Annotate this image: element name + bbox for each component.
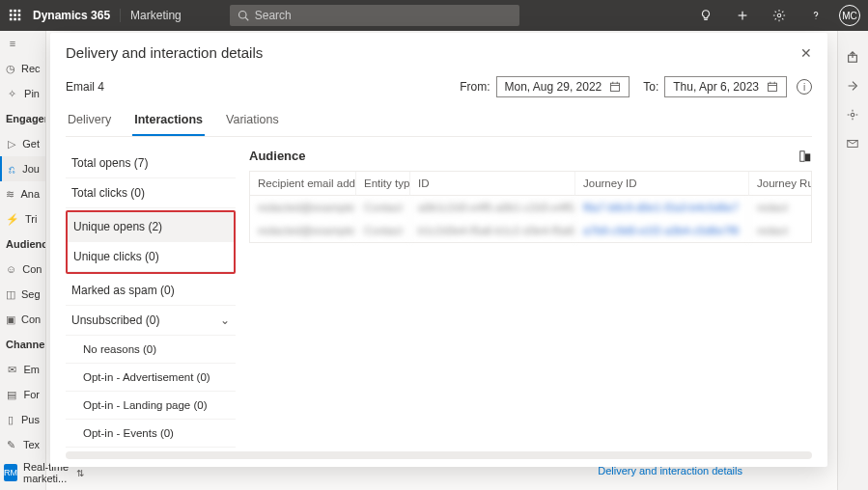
nav-hamburger[interactable]: ≡ [0, 31, 45, 56]
nav-consent[interactable]: ▣Con [0, 307, 45, 332]
nav-text[interactable]: ✎Tex [0, 432, 45, 457]
horizontal-scrollbar[interactable] [66, 451, 812, 459]
tabs: Delivery Interactions Variations [66, 113, 812, 137]
plus-icon[interactable] [729, 2, 756, 29]
svg-rect-17 [611, 83, 620, 91]
details-modal: Delivery and interaction details ✕ Email… [50, 33, 827, 467]
svg-point-15 [851, 113, 854, 117]
nav-push[interactable]: ▯Pus [0, 407, 45, 432]
lightbulb-icon[interactable] [692, 2, 719, 29]
svg-rect-4 [14, 14, 16, 16]
col-entity[interactable]: Entity type [356, 172, 410, 196]
col-run[interactable]: Journey Run [749, 172, 811, 196]
brand-label: Dynamics 365 [33, 9, 110, 22]
search-placeholder: Search [255, 9, 292, 22]
col-id[interactable]: ID [410, 172, 575, 196]
nav-recent[interactable]: ◷Rec [0, 56, 45, 81]
global-search[interactable]: Search [230, 5, 519, 26]
svg-rect-7 [14, 18, 16, 21]
svg-rect-1 [14, 10, 16, 13]
calendar-icon [767, 81, 778, 93]
tab-delivery[interactable]: Delivery [66, 113, 113, 136]
svg-rect-8 [18, 18, 21, 21]
rail-gear-icon[interactable] [846, 108, 861, 123]
metric-total-opens[interactable]: Total opens (7) [66, 149, 236, 178]
metric-marked-spam[interactable]: Marked as spam (0) [66, 276, 236, 306]
search-icon [238, 10, 249, 21]
tab-variations[interactable]: Variations [224, 113, 281, 136]
to-date-picker[interactable]: Thu, Apr 6, 2023 [664, 76, 787, 97]
to-label: To: [643, 80, 658, 94]
svg-rect-3 [10, 14, 13, 16]
avatar[interactable]: MC [839, 5, 860, 26]
nav-triggers[interactable]: ⚡Tri [0, 206, 45, 231]
info-icon[interactable]: i [797, 79, 812, 95]
svg-point-9 [238, 12, 246, 19]
audience-panel: Audience Recipient email address Entity … [249, 149, 812, 451]
svg-rect-0 [10, 10, 13, 13]
metric-total-clicks[interactable]: Total clicks (0) [66, 178, 236, 208]
svg-rect-21 [769, 83, 777, 91]
nav-journeys[interactable]: ⎌Jou [0, 156, 45, 181]
svg-rect-5 [18, 14, 21, 16]
svg-point-13 [777, 14, 781, 17]
col-email[interactable]: Recipient email address [250, 172, 356, 196]
nav-segments[interactable]: ◫Seg [0, 282, 45, 307]
right-rail [837, 31, 868, 490]
svg-line-10 [245, 17, 248, 20]
rail-share-icon[interactable] [846, 79, 861, 95]
grid-header: Recipient email address Entity type ID J… [250, 172, 811, 196]
rail-export-icon[interactable] [846, 50, 861, 66]
modal-title: Delivery and interaction details [66, 44, 263, 61]
nav-contacts[interactable]: ☺Con [0, 257, 45, 282]
svg-rect-6 [10, 18, 13, 21]
nav-analytics[interactable]: ≋Ana [0, 181, 45, 206]
metrics-list: Total opens (7) Total clicks (0) Unique … [66, 149, 236, 451]
col-journey[interactable]: Journey ID [575, 172, 749, 196]
nav-get-started[interactable]: ▷Get [0, 131, 45, 156]
email-name: Email 4 [66, 80, 104, 94]
rm-badge: RM [4, 464, 17, 481]
app-launcher-icon[interactable] [8, 8, 23, 23]
from-label: From: [460, 80, 490, 94]
highlight-box: Unique opens (2) Unique clicks (0) [66, 210, 236, 274]
metric-optin-lp[interactable]: Opt-in - Landing page (0) [66, 392, 236, 420]
svg-rect-26 [805, 153, 810, 161]
tab-interactions[interactable]: Interactions [132, 113, 205, 136]
svg-rect-25 [800, 150, 804, 161]
chevron-down-icon: ⌄ [220, 313, 230, 327]
app-topbar: Dynamics 365 Marketing Search MC [0, 0, 868, 31]
help-icon[interactable] [802, 2, 829, 29]
metric-optin-ad[interactable]: Opt-in - Advertisement (0) [66, 364, 236, 392]
module-label: Marketing [120, 9, 182, 22]
metric-unsubscribed[interactable]: Unsubscribed (0) ⌄ [66, 306, 236, 336]
export-icon[interactable] [798, 150, 812, 163]
metric-unique-opens[interactable]: Unique opens (2) [68, 212, 234, 242]
left-nav: ≡ ◷Rec ✧Pin Engagem ▷Get ⎌Jou ≋Ana ⚡Tri … [0, 31, 46, 490]
table-row[interactable]: redacted@example.com Contact a0b1c2d3-e4… [250, 196, 811, 219]
audience-heading: Audience [249, 149, 306, 163]
nav-section-audience: Audienc [0, 231, 45, 257]
rail-mail-icon[interactable] [846, 137, 861, 152]
nav-section-channels: Channel [0, 332, 45, 357]
gear-icon[interactable] [766, 2, 793, 29]
svg-rect-2 [18, 10, 21, 13]
from-date-picker[interactable]: Mon, Aug 29, 2022 [496, 76, 630, 97]
nav-forms[interactable]: ▤For [0, 382, 45, 407]
nav-pinned[interactable]: ✧Pin [0, 81, 45, 106]
nav-emails[interactable]: ✉Em [0, 357, 45, 382]
calendar-icon [609, 81, 621, 93]
metric-no-reasons[interactable]: No reasons (0) [66, 336, 236, 364]
close-icon[interactable]: ✕ [800, 45, 812, 61]
table-row[interactable]: redacted@example.com Contact b1c2d3e4-f5… [250, 219, 811, 242]
nav-section-engagement: Engagem [0, 106, 45, 131]
metric-unique-clicks[interactable]: Unique clicks (0) [68, 242, 234, 272]
audience-grid: Recipient email address Entity type ID J… [249, 171, 812, 243]
metric-optin-ev[interactable]: Opt-in - Events (0) [66, 420, 236, 448]
